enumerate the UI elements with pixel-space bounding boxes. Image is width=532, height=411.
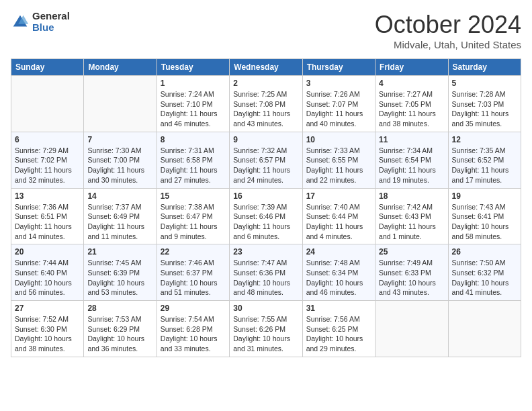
day-detail: Sunrise: 7:53 AMSunset: 6:29 PMDaylight:… [87, 314, 152, 354]
week-row-1: 1Sunrise: 7:24 AMSunset: 7:10 PMDaylight… [11, 76, 521, 132]
calendar-cell: 25Sunrise: 7:49 AMSunset: 6:33 PMDayligh… [375, 244, 448, 301]
calendar-cell: 21Sunrise: 7:45 AMSunset: 6:39 PMDayligh… [84, 244, 157, 301]
day-detail: Sunrise: 7:27 AMSunset: 7:05 PMDaylight:… [379, 89, 444, 129]
calendar-cell: 6Sunrise: 7:29 AMSunset: 7:02 PMDaylight… [11, 132, 84, 188]
calendar-cell: 27Sunrise: 7:52 AMSunset: 6:30 PMDayligh… [11, 301, 84, 357]
day-number: 15 [161, 191, 226, 201]
day-number: 1 [161, 79, 226, 88]
day-detail: Sunrise: 7:50 AMSunset: 6:32 PMDaylight:… [452, 258, 517, 298]
calendar-cell: 10Sunrise: 7:33 AMSunset: 6:55 PMDayligh… [302, 132, 375, 188]
calendar-table: SundayMondayTuesdayWednesdayThursdayFrid… [11, 58, 521, 357]
calendar-cell: 13Sunrise: 7:36 AMSunset: 6:51 PMDayligh… [11, 188, 84, 244]
calendar-cell: 2Sunrise: 7:25 AMSunset: 7:08 PMDaylight… [230, 76, 302, 132]
calendar-cell: 5Sunrise: 7:28 AMSunset: 7:03 PMDaylight… [448, 76, 521, 132]
calendar-cell: 12Sunrise: 7:35 AMSunset: 6:52 PMDayligh… [448, 132, 521, 188]
day-number: 28 [87, 304, 152, 313]
calendar-cell: 26Sunrise: 7:50 AMSunset: 6:32 PMDayligh… [448, 244, 521, 301]
day-number: 17 [306, 191, 371, 201]
calendar-cell: 16Sunrise: 7:39 AMSunset: 6:46 PMDayligh… [230, 188, 302, 244]
day-detail: Sunrise: 7:43 AMSunset: 6:41 PMDaylight:… [452, 202, 517, 242]
calendar-cell: 23Sunrise: 7:47 AMSunset: 6:36 PMDayligh… [230, 244, 302, 301]
day-number: 21 [87, 247, 152, 257]
day-detail: Sunrise: 7:28 AMSunset: 7:03 PMDaylight:… [452, 89, 517, 129]
day-number: 9 [233, 135, 298, 144]
column-header-saturday: Saturday [448, 59, 521, 76]
column-header-thursday: Thursday [302, 59, 375, 76]
column-header-friday: Friday [375, 59, 448, 76]
day-detail: Sunrise: 7:32 AMSunset: 6:57 PMDaylight:… [233, 146, 298, 185]
day-detail: Sunrise: 7:52 AMSunset: 6:30 PMDaylight:… [15, 314, 80, 354]
day-detail: Sunrise: 7:38 AMSunset: 6:47 PMDaylight:… [161, 202, 226, 242]
day-number: 16 [233, 191, 298, 201]
calendar-cell: 28Sunrise: 7:53 AMSunset: 6:29 PMDayligh… [84, 301, 157, 357]
day-detail: Sunrise: 7:49 AMSunset: 6:33 PMDaylight:… [379, 258, 444, 298]
day-number: 19 [452, 191, 517, 201]
calendar-cell: 4Sunrise: 7:27 AMSunset: 7:05 PMDaylight… [375, 76, 448, 132]
day-number: 31 [306, 304, 371, 313]
day-detail: Sunrise: 7:34 AMSunset: 6:54 PMDaylight:… [379, 146, 444, 185]
day-number: 12 [452, 135, 517, 144]
logo: General Blue [11, 11, 70, 33]
calendar-cell: 3Sunrise: 7:26 AMSunset: 7:07 PMDaylight… [302, 76, 375, 132]
day-number: 2 [233, 79, 298, 88]
day-number: 27 [15, 304, 80, 313]
calendar-cell: 7Sunrise: 7:30 AMSunset: 7:00 PMDaylight… [84, 132, 157, 188]
day-number: 6 [15, 135, 80, 144]
calendar-cell: 1Sunrise: 7:24 AMSunset: 7:10 PMDaylight… [157, 76, 229, 132]
day-detail: Sunrise: 7:48 AMSunset: 6:34 PMDaylight:… [306, 258, 371, 298]
day-number: 29 [161, 304, 226, 313]
calendar-cell: 14Sunrise: 7:37 AMSunset: 6:49 PMDayligh… [84, 188, 157, 244]
logo-icon [11, 13, 30, 32]
calendar-cell [11, 76, 84, 132]
calendar-cell: 31Sunrise: 7:56 AMSunset: 6:25 PMDayligh… [302, 301, 375, 357]
calendar-header-row: SundayMondayTuesdayWednesdayThursdayFrid… [11, 59, 521, 76]
day-detail: Sunrise: 7:46 AMSunset: 6:37 PMDaylight:… [161, 258, 226, 298]
calendar-cell [448, 301, 521, 357]
day-number: 14 [87, 191, 152, 201]
day-number: 3 [306, 79, 371, 88]
day-detail: Sunrise: 7:39 AMSunset: 6:46 PMDaylight:… [233, 202, 298, 242]
week-row-4: 20Sunrise: 7:44 AMSunset: 6:40 PMDayligh… [11, 244, 521, 301]
day-detail: Sunrise: 7:37 AMSunset: 6:49 PMDaylight:… [87, 202, 152, 242]
calendar-cell: 15Sunrise: 7:38 AMSunset: 6:47 PMDayligh… [157, 188, 229, 244]
calendar-cell: 18Sunrise: 7:42 AMSunset: 6:43 PMDayligh… [375, 188, 448, 244]
day-number: 20 [15, 247, 80, 257]
week-row-3: 13Sunrise: 7:36 AMSunset: 6:51 PMDayligh… [11, 188, 521, 244]
day-detail: Sunrise: 7:44 AMSunset: 6:40 PMDaylight:… [15, 258, 80, 298]
day-detail: Sunrise: 7:29 AMSunset: 7:02 PMDaylight:… [15, 146, 80, 185]
column-header-wednesday: Wednesday [230, 59, 302, 76]
day-detail: Sunrise: 7:26 AMSunset: 7:07 PMDaylight:… [306, 89, 371, 129]
column-header-sunday: Sunday [11, 59, 84, 76]
calendar-cell [375, 301, 448, 357]
calendar-cell: 19Sunrise: 7:43 AMSunset: 6:41 PMDayligh… [448, 188, 521, 244]
location-title: Midvale, Utah, United States [375, 39, 521, 50]
column-header-tuesday: Tuesday [157, 59, 229, 76]
calendar-cell: 8Sunrise: 7:31 AMSunset: 6:58 PMDaylight… [157, 132, 229, 188]
calendar-cell: 22Sunrise: 7:46 AMSunset: 6:37 PMDayligh… [157, 244, 229, 301]
day-number: 4 [379, 79, 444, 88]
day-number: 23 [233, 247, 298, 257]
day-detail: Sunrise: 7:25 AMSunset: 7:08 PMDaylight:… [233, 89, 298, 129]
day-number: 5 [452, 79, 517, 88]
calendar-cell: 17Sunrise: 7:40 AMSunset: 6:44 PMDayligh… [302, 188, 375, 244]
day-number: 10 [306, 135, 371, 144]
column-header-monday: Monday [84, 59, 157, 76]
day-detail: Sunrise: 7:40 AMSunset: 6:44 PMDaylight:… [306, 202, 371, 242]
calendar-cell: 20Sunrise: 7:44 AMSunset: 6:40 PMDayligh… [11, 244, 84, 301]
calendar-cell [84, 76, 157, 132]
day-detail: Sunrise: 7:45 AMSunset: 6:39 PMDaylight:… [87, 258, 152, 298]
day-number: 26 [452, 247, 517, 257]
title-block: October 2024 Midvale, Utah, United State… [375, 11, 521, 50]
calendar-cell: 29Sunrise: 7:54 AMSunset: 6:28 PMDayligh… [157, 301, 229, 357]
day-detail: Sunrise: 7:54 AMSunset: 6:28 PMDaylight:… [161, 314, 226, 354]
calendar-cell: 24Sunrise: 7:48 AMSunset: 6:34 PMDayligh… [302, 244, 375, 301]
day-number: 8 [161, 135, 226, 144]
day-number: 30 [233, 304, 298, 313]
day-detail: Sunrise: 7:47 AMSunset: 6:36 PMDaylight:… [233, 258, 298, 298]
month-title: October 2024 [375, 11, 521, 39]
day-detail: Sunrise: 7:33 AMSunset: 6:55 PMDaylight:… [306, 146, 371, 185]
day-number: 11 [379, 135, 444, 144]
day-detail: Sunrise: 7:56 AMSunset: 6:25 PMDaylight:… [306, 314, 371, 354]
page-header: General Blue October 2024 Midvale, Utah,… [11, 11, 521, 50]
calendar-cell: 30Sunrise: 7:55 AMSunset: 6:26 PMDayligh… [230, 301, 302, 357]
